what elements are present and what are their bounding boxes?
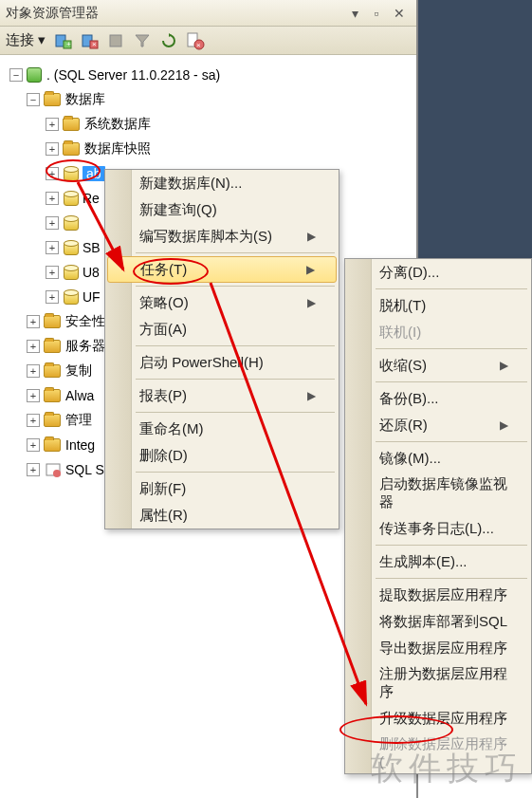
menu-separator bbox=[136, 412, 335, 413]
script-icon[interactable]: × bbox=[186, 31, 205, 50]
panel-title-icons[interactable]: ▾ ▫ ✕ bbox=[352, 6, 411, 21]
database-icon bbox=[63, 240, 78, 255]
menu-register-dac[interactable]: 注册为数据层应用程序 bbox=[345, 661, 531, 705]
submenu-arrow-icon: ▶ bbox=[307, 296, 316, 309]
database-icon bbox=[63, 289, 78, 305]
tree-label: 服务器 bbox=[65, 338, 105, 355]
tree-label: 管理 bbox=[65, 412, 92, 429]
expander-icon[interactable]: + bbox=[46, 266, 59, 279]
submenu-arrow-icon: ▶ bbox=[500, 359, 508, 372]
refresh-icon[interactable] bbox=[159, 31, 178, 50]
menu-shrink[interactable]: 收缩(S)▶ bbox=[345, 352, 531, 379]
menu-gen-script[interactable]: 生成脚本(E)... bbox=[345, 548, 531, 575]
expander-icon[interactable]: + bbox=[27, 364, 40, 378]
annotation-circle bbox=[133, 258, 209, 285]
tree-root-server[interactable]: − . (SQL Server 11.0.2218 - sa) bbox=[4, 63, 416, 87]
menu-refresh[interactable]: 刷新(F) bbox=[105, 475, 339, 502]
menu-deploy-sql[interactable]: 将数据库部署到SQL bbox=[345, 608, 531, 635]
connect-dropdown[interactable]: 连接 ▾ bbox=[6, 31, 46, 49]
svg-text:×: × bbox=[196, 41, 201, 49]
menu-separator bbox=[376, 545, 527, 546]
folder-icon bbox=[63, 118, 80, 131]
menu-extract-dac[interactable]: 提取数据层应用程序 bbox=[345, 582, 531, 608]
folder-icon bbox=[44, 389, 61, 402]
tree-label: Re bbox=[83, 191, 100, 206]
folder-icon bbox=[44, 438, 61, 452]
svg-rect-6 bbox=[110, 35, 121, 46]
tree-snapshots[interactable]: + 数据库快照 bbox=[4, 137, 416, 161]
annotation-circle bbox=[339, 715, 453, 744]
svg-text:+: + bbox=[66, 40, 71, 48]
menu-delete[interactable]: 删除(D) bbox=[105, 442, 339, 469]
expander-icon[interactable]: + bbox=[27, 340, 40, 353]
menu-ship-log[interactable]: 传送事务日志(L)... bbox=[345, 515, 531, 542]
menu-detach[interactable]: 分离(D)... bbox=[345, 259, 531, 286]
menu-restore[interactable]: 还原(R)▶ bbox=[345, 412, 531, 438]
expander-icon[interactable]: + bbox=[46, 192, 59, 205]
expander-icon[interactable]: + bbox=[46, 216, 59, 230]
expander-icon[interactable]: + bbox=[27, 315, 40, 328]
menu-new-database[interactable]: 新建数据库(N)... bbox=[105, 170, 339, 196]
menu-reports[interactable]: 报表(P)▶ bbox=[105, 382, 339, 409]
menu-separator bbox=[376, 578, 527, 579]
database-icon bbox=[63, 265, 78, 280]
expander-icon[interactable]: − bbox=[9, 68, 23, 82]
folder-icon bbox=[63, 142, 80, 156]
expander-icon[interactable]: + bbox=[46, 241, 59, 254]
menu-properties[interactable]: 属性(R) bbox=[105, 502, 339, 529]
menu-separator bbox=[376, 441, 527, 442]
submenu-arrow-icon: ▶ bbox=[307, 389, 316, 402]
expander-icon[interactable]: + bbox=[46, 142, 59, 156]
menu-separator bbox=[136, 252, 335, 253]
menu-export-dac[interactable]: 导出数据层应用程序 bbox=[345, 635, 531, 661]
expander-icon[interactable]: + bbox=[27, 463, 40, 476]
menu-new-query[interactable]: 新建查询(Q) bbox=[105, 196, 339, 223]
tree-label: UF bbox=[83, 289, 101, 305]
menu-powershell[interactable]: 启动 PowerShell(H) bbox=[105, 349, 339, 376]
folder-icon bbox=[44, 414, 61, 427]
expander-icon[interactable]: − bbox=[27, 93, 40, 106]
menu-separator bbox=[376, 381, 527, 382]
tree-label: Alwa bbox=[65, 388, 94, 403]
filter-icon[interactable] bbox=[133, 31, 152, 50]
menu-offline[interactable]: 脱机(T) bbox=[345, 292, 531, 319]
svg-point-13 bbox=[53, 470, 61, 477]
submenu-arrow-icon: ▶ bbox=[307, 230, 316, 243]
menu-rename[interactable]: 重命名(M) bbox=[105, 416, 339, 442]
menu-script-as[interactable]: 编写数据库脚本为(S)▶ bbox=[105, 223, 339, 250]
menu-policies[interactable]: 策略(O)▶ bbox=[105, 289, 339, 316]
watermark-text: 软件技巧 bbox=[371, 747, 523, 790]
annotation-circle bbox=[46, 159, 101, 182]
tree-label: 数据库 bbox=[65, 91, 105, 108]
expander-icon[interactable]: + bbox=[27, 414, 40, 427]
menu-separator bbox=[136, 345, 335, 346]
menu-facets[interactable]: 方面(A) bbox=[105, 316, 339, 343]
expander-icon[interactable]: + bbox=[46, 118, 59, 131]
menu-separator bbox=[376, 348, 527, 349]
expander-icon[interactable]: + bbox=[46, 290, 59, 304]
menu-separator bbox=[136, 286, 335, 287]
folder-icon bbox=[44, 364, 61, 378]
add-server-icon[interactable]: + bbox=[53, 31, 72, 50]
svg-marker-7 bbox=[136, 35, 149, 46]
stop-icon[interactable] bbox=[106, 31, 125, 50]
folder-icon bbox=[44, 93, 61, 106]
remove-server-icon[interactable]: × bbox=[80, 31, 99, 50]
expander-icon[interactable]: + bbox=[27, 389, 40, 402]
menu-mirror[interactable]: 镜像(M)... bbox=[345, 445, 531, 472]
tree-label: SB bbox=[83, 240, 101, 255]
tree-system-databases[interactable]: + 系统数据库 bbox=[4, 112, 416, 137]
expander-icon[interactable]: + bbox=[27, 438, 40, 452]
submenu-arrow-icon: ▶ bbox=[306, 263, 315, 276]
database-icon bbox=[63, 215, 78, 231]
tree-label: 复制 bbox=[65, 362, 92, 380]
tree-label: 系统数据库 bbox=[84, 116, 151, 133]
tree-databases-folder[interactable]: − 数据库 bbox=[4, 87, 416, 112]
menu-backup[interactable]: 备份(B)... bbox=[345, 385, 531, 412]
connect-toolbar: 连接 ▾ + × × bbox=[0, 27, 416, 55]
menu-separator bbox=[136, 379, 335, 380]
tree-label: 数据库快照 bbox=[84, 140, 151, 158]
panel-title: 对象资源管理器 bbox=[6, 5, 99, 22]
folder-icon bbox=[44, 315, 61, 328]
menu-mirror-monitor[interactable]: 启动数据库镜像监视器 bbox=[345, 472, 531, 515]
